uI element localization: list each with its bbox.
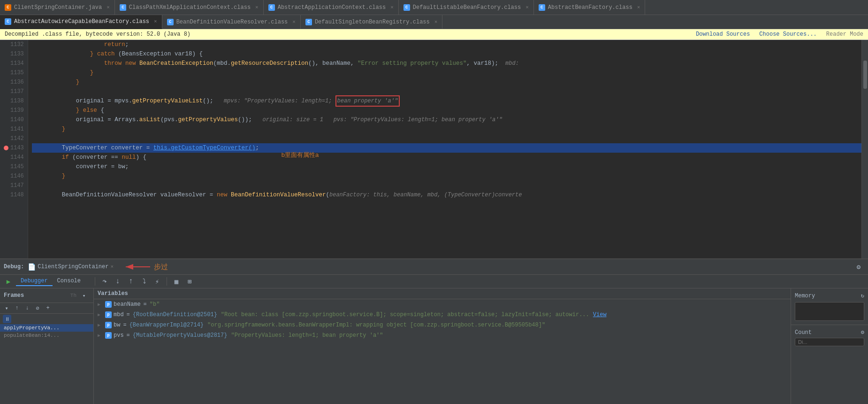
code-editor[interactable]: b里面有属性a return; } catch (BeansException … [28, 40, 861, 258]
step-arrow-svg [122, 261, 150, 272]
console-tab[interactable]: Console [53, 277, 85, 286]
evaluate-btn[interactable]: ⚡ [152, 276, 163, 287]
tab-close-3[interactable]: × [390, 5, 394, 10]
step-out-btn[interactable]: ↑ [125, 276, 137, 287]
step-over-btn[interactable]: ↷ [99, 276, 110, 287]
var-name-pvs: pvs [114, 332, 124, 339]
code-line-1146: } [32, 171, 861, 181]
variables-panel: Variables ▶ p beanName = "b" ▶ p mbd = {… [94, 288, 791, 404]
tab-close-4[interactable]: × [525, 5, 529, 10]
code-line-1145: converter = bw; [32, 162, 861, 171]
tab-bar-row1: C ClientSpringContainer.java × C ClassPa… [0, 0, 868, 15]
pause-btn[interactable]: ⏸ [3, 315, 11, 323]
tab-abstractbean[interactable]: C AbstractBeanFactory.class × [534, 0, 646, 15]
frame-add-btn[interactable]: + [43, 304, 53, 312]
frame-down-btn[interactable]: ↓ [23, 304, 32, 312]
debugger-tab[interactable]: Debugger [16, 277, 53, 286]
var-eq-pvs: = [127, 332, 130, 339]
toolbar-sep1 [95, 277, 95, 286]
scrollbar-thumb[interactable] [863, 61, 867, 89]
var-row-mbd[interactable]: ▶ p mbd = {RootBeanDefinition@2501} "Roo… [94, 310, 791, 320]
memory-refresh-btn[interactable]: ↻ [861, 292, 864, 299]
tab-abstractautowire[interactable]: C AbstractAutowireCapableBeanFactory.cla… [0, 15, 162, 29]
debug-tab-group: Debugger Console [16, 277, 85, 286]
tab-beandefinitionvalue[interactable]: C BeanDefinitionValueResolver.class × [162, 15, 301, 29]
tab-close-5[interactable]: × [637, 5, 640, 10]
tab-defaultlistable[interactable]: C DefaultListableBeanFactory.class × [399, 0, 534, 15]
var-val-beanname: "b" [150, 301, 160, 308]
code-line-1133: } catch (BeansException var18) { [32, 49, 861, 59]
session-close[interactable]: × [110, 264, 114, 270]
count-search-input[interactable] [795, 338, 864, 346]
tab-label: BeanDefinitionValueResolver.class [176, 19, 288, 25]
tab-defaultsingleton[interactable]: C DefaultSingletonBeanRegistry.class × [301, 15, 442, 29]
tab-close-6[interactable]: × [154, 19, 157, 24]
var-row-pvs[interactable]: ▶ p pvs = {MutablePropertyValues@2817} "… [94, 330, 791, 341]
tab-close-8[interactable]: × [434, 19, 438, 25]
breakpoint-1143[interactable] [4, 146, 8, 150]
code-line-1135: } [32, 68, 861, 78]
var-val-mbd: "Root bean: class [com.zzp.springboot.se… [221, 311, 589, 318]
settings-btn[interactable]: ⚙ [853, 262, 864, 272]
frame-up2-btn[interactable]: ↑ [12, 304, 22, 312]
class-icon: C [305, 19, 312, 25]
frames-toggle-btn[interactable]: ▦ [171, 276, 182, 287]
tab-abstractapp[interactable]: C AbstractApplicationContext.class × [264, 0, 399, 15]
var-row-beanname[interactable]: ▶ p beanName = "b" [94, 299, 791, 310]
code-line-1138: original = mpvs.getPropertyValueList(); … [32, 96, 861, 106]
var-name-bw: bw [114, 322, 120, 328]
tab-label: ClientSpringContainer.java [14, 4, 102, 11]
tab-classpathxml[interactable]: C ClassPathXmlApplicationContext.class × [115, 0, 264, 15]
tab-label: AbstractAutowireCapableBeanFactory.class [14, 18, 149, 25]
var-ref-mbd: {RootBeanDefinition@2501} [133, 311, 217, 318]
count-settings-btn[interactable]: ⚙ [861, 329, 864, 336]
expand-pvs: ▶ [98, 333, 103, 338]
reader-mode-label[interactable]: Reader Mode [826, 31, 863, 38]
download-sources-link[interactable]: Download Sources [696, 31, 750, 38]
code-line-1132: return; [32, 40, 861, 49]
var-icon-p4: p [105, 332, 112, 339]
expand-bw: ▶ [98, 322, 103, 328]
expand-mbd: ▶ [98, 312, 103, 318]
tab-close-1[interactable]: × [107, 5, 110, 10]
count-section: Count ⚙ [791, 325, 868, 350]
memory-section: Memory ↻ [791, 288, 868, 325]
frame-item-2[interactable]: populateBean:14... [0, 332, 93, 339]
frame-item-selected[interactable]: applyPropertyVa... [0, 324, 93, 332]
count-header: Count ⚙ [795, 329, 864, 336]
tab-client-spring[interactable]: C ClientSpringContainer.java × [0, 0, 115, 15]
frame-filter-btn[interactable]: ⊘ [33, 304, 42, 312]
thread-dropdown[interactable]: ▾ [78, 290, 90, 301]
run-to-cursor-btn[interactable]: ⤵ [138, 276, 150, 287]
resume-btn[interactable]: ▶ [3, 276, 14, 287]
var-row-bw[interactable]: ▶ p bw = {BeanWrapperImpl@2714} "org.spr… [94, 320, 791, 330]
var-view-mbd[interactable]: View [593, 311, 607, 318]
class-icon: C [167, 19, 174, 25]
getCustomTypeConverter-link[interactable]: this.getCustomTypeConverter() [153, 143, 256, 153]
right-panel: Memory ↻ Count ⚙ [791, 288, 868, 404]
debug-panel: Debug: 📄 ClientSpringContainer × 步过 ⚙ ▶ [0, 258, 868, 404]
frames-list: ⏸ applyPropertyVa... populateBean:14... [0, 314, 93, 404]
choose-sources-link[interactable]: Choose Sources... [759, 31, 816, 38]
tab-label: AbstractApplicationContext.class [278, 4, 386, 11]
code-container[interactable]: 1132 1133 1134 1135 1136 1137 1138 1139 … [0, 40, 868, 258]
debug-body: Frames Th ▾ ▾ ↑ ↓ ⊘ + ⏸ applyPropertyVa.… [0, 288, 868, 404]
debug-session-tab[interactable]: 📄 ClientSpringContainer × [28, 263, 114, 271]
editor-area: 1132 1133 1134 1135 1136 1137 1138 1139 … [0, 40, 868, 258]
tab-bar-row2: C AbstractAutowireCapableBeanFactory.cla… [0, 15, 868, 29]
tab-close-7[interactable]: × [292, 19, 296, 25]
frames-label: Frames [4, 292, 69, 299]
tab-label: DefaultListableBeanFactory.class [413, 4, 521, 11]
restore-layout-btn[interactable]: ⊞ [184, 276, 195, 287]
tab-close-2[interactable]: × [255, 5, 259, 10]
var-val-bw: "org.springframework.beans.BeanWrapperIm… [207, 322, 545, 328]
class-icon: C [5, 18, 11, 25]
memory-label: Memory [795, 293, 815, 299]
var-name-beanname: beanName [114, 301, 141, 308]
var-eq-mbd: = [127, 311, 130, 318]
frame-up-btn[interactable]: ▾ [2, 304, 11, 312]
info-bar: Decompiled .class file, bytecode version… [0, 29, 868, 40]
code-line-1139: } else { [32, 106, 861, 115]
vertical-scrollbar[interactable] [861, 40, 868, 258]
step-into-btn[interactable]: ↓ [112, 276, 123, 287]
